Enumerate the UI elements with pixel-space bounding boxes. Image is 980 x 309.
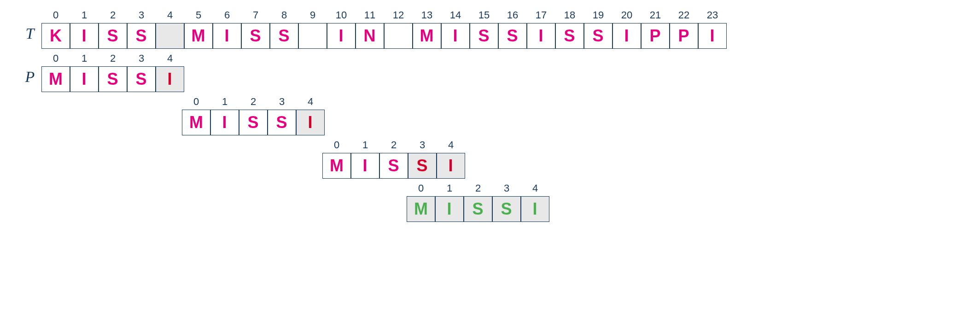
column: 4I: [156, 52, 184, 92]
index-label: 12: [393, 9, 404, 23]
cell: I: [437, 153, 465, 179]
column: 13M: [413, 9, 441, 49]
column: 10I: [327, 9, 356, 49]
column: 11N: [356, 9, 384, 49]
index-label: 23: [707, 9, 718, 23]
index-label: 4: [448, 139, 454, 153]
index-label: 16: [507, 9, 518, 23]
cell: M: [407, 196, 435, 222]
column: 2S: [239, 96, 268, 135]
cell: S: [239, 110, 268, 135]
index-label: 0: [53, 52, 58, 66]
column: 3S: [127, 52, 156, 92]
cell: S: [379, 153, 408, 179]
cell: [156, 23, 184, 49]
index-label: 3: [504, 182, 509, 196]
index-label: 15: [478, 9, 490, 23]
column: 3S: [127, 9, 156, 49]
cell: S: [99, 23, 127, 49]
cell: I: [435, 196, 464, 222]
column: 3S: [492, 182, 521, 222]
index-label: 4: [308, 96, 313, 110]
index-label: 7: [253, 9, 258, 23]
column: 2S: [379, 139, 408, 179]
cell: I: [441, 23, 470, 49]
cell-group: 0M1I2S3S4I: [182, 96, 325, 135]
cell-group: 0M1I2S3S4I: [322, 139, 465, 179]
column: 12: [384, 9, 413, 49]
cell: P: [641, 23, 670, 49]
cell: S: [408, 153, 437, 179]
cell: [298, 23, 327, 49]
pattern-row: 0M1I2S3S4I: [18, 182, 962, 222]
cell: I: [296, 110, 325, 135]
cell-group: 0M1I2S3S4I: [407, 182, 549, 222]
index-label: 11: [364, 9, 375, 23]
column: 17I: [527, 9, 555, 49]
pattern-row: 0M1I2S3S4I: [18, 139, 962, 179]
index-label: 20: [621, 9, 632, 23]
column: 1I: [70, 52, 99, 92]
column: 23I: [698, 9, 727, 49]
cell: S: [498, 23, 527, 49]
index-label: 17: [536, 9, 547, 23]
index-label: 2: [391, 139, 397, 153]
cell: I: [521, 196, 549, 222]
column: 0M: [407, 182, 435, 222]
pattern-row: 0M1I2S3S4I: [18, 96, 962, 135]
column: 16S: [498, 9, 527, 49]
index-label: 3: [139, 9, 144, 23]
cell: S: [268, 110, 296, 135]
column: 1I: [351, 139, 379, 179]
column: 4I: [296, 96, 325, 135]
cell: S: [99, 66, 127, 92]
index-label: 9: [310, 9, 315, 23]
pattern-label: P: [18, 68, 41, 92]
cell-group: 0M1I2S3S4I: [41, 52, 184, 92]
index-label: 1: [82, 52, 87, 66]
cell: I: [527, 23, 555, 49]
column: 2S: [99, 9, 127, 49]
cell: S: [464, 196, 492, 222]
cell: S: [127, 66, 156, 92]
index-label: 0: [334, 139, 339, 153]
index-label: 3: [420, 139, 425, 153]
index-label: 2: [110, 52, 116, 66]
column: 1I: [70, 9, 99, 49]
cell: N: [356, 23, 384, 49]
cell: S: [492, 196, 521, 222]
index-label: 4: [167, 9, 173, 23]
index-label: 0: [53, 9, 58, 23]
column: 1I: [210, 96, 239, 135]
column: 9: [298, 9, 327, 49]
index-label: 18: [564, 9, 575, 23]
column: 0K: [41, 9, 70, 49]
cell: I: [351, 153, 379, 179]
column: 20I: [612, 9, 641, 49]
column: 3S: [408, 139, 437, 179]
cell: M: [182, 110, 210, 135]
column: 1I: [435, 182, 464, 222]
column: 4I: [521, 182, 549, 222]
index-label: 4: [167, 52, 173, 66]
column: 2S: [99, 52, 127, 92]
cell: M: [413, 23, 441, 49]
column: 7S: [241, 9, 270, 49]
cell: [384, 23, 413, 49]
cell: S: [127, 23, 156, 49]
index-label: 1: [82, 9, 87, 23]
column: 4: [156, 9, 184, 49]
index-label: 21: [650, 9, 661, 23]
index-label: 2: [110, 9, 116, 23]
index-label: 1: [362, 139, 368, 153]
index-label: 1: [222, 96, 228, 110]
cell: K: [41, 23, 70, 49]
cell: M: [322, 153, 351, 179]
index-label: 14: [450, 9, 461, 23]
column: 0M: [182, 96, 210, 135]
cell: I: [156, 66, 184, 92]
index-label: 13: [421, 9, 432, 23]
column: 3S: [268, 96, 296, 135]
index-label: 0: [193, 96, 199, 110]
column: 21P: [641, 9, 670, 49]
